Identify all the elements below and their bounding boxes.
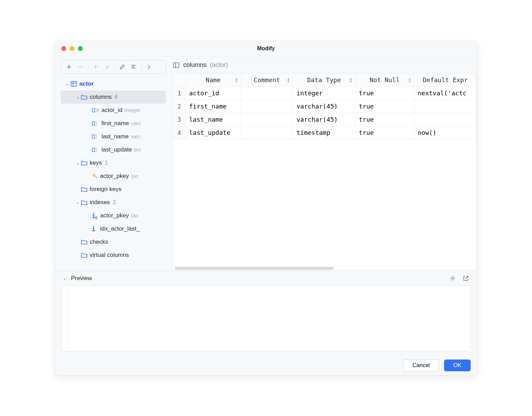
tree-label: virtual columns xyxy=(90,252,129,259)
tree-label: keys xyxy=(90,159,102,166)
cell-name[interactable]: actor_id xyxy=(186,87,241,100)
tree-hint: tim xyxy=(134,147,141,153)
table-row[interactable]: 3 last_name varchar(45) true xyxy=(173,113,477,126)
preview-area[interactable] xyxy=(61,286,471,352)
tree-group-indexes[interactable]: ⌄ indexes 2 xyxy=(61,196,166,209)
dialog-footer: Cancel OK xyxy=(55,356,477,375)
cell-default[interactable] xyxy=(414,100,477,113)
detail-pane: columns (actor) Name▴▾ Comment▴▾ Data Ty… xyxy=(166,60,477,271)
arrow-down-icon xyxy=(105,64,110,70)
tree-count: 1 xyxy=(105,159,108,166)
cell-comment[interactable] xyxy=(241,126,293,139)
tree-label: checks xyxy=(90,239,108,245)
key-icon xyxy=(92,173,98,179)
cell-notnull[interactable]: true xyxy=(355,113,414,126)
column-icon xyxy=(92,134,99,139)
chevron-down-icon: ⌄ xyxy=(74,94,81,99)
tree-label: columns xyxy=(90,94,112,101)
cell-datatype[interactable]: timestamp xyxy=(293,126,355,139)
folder-icon xyxy=(81,239,88,245)
edit-button[interactable] xyxy=(116,62,128,72)
preview-section: ⌄ Preview xyxy=(55,271,477,356)
open-external-button[interactable] xyxy=(461,274,471,283)
tree-root-actor[interactable]: ⌄ actor xyxy=(61,77,166,90)
col-header-datatype[interactable]: Data Type▴▾ xyxy=(293,73,355,87)
col-header-name[interactable]: Name▴▾ xyxy=(186,73,241,87)
table-row[interactable]: 2 first_name varchar(45) true xyxy=(173,100,477,113)
ok-button[interactable]: OK xyxy=(444,359,471,371)
svg-rect-8 xyxy=(92,148,95,151)
cell-datatype[interactable]: varchar(45) xyxy=(293,113,355,126)
tree-count: 4 xyxy=(114,94,117,101)
remove-button[interactable] xyxy=(75,62,87,72)
modify-dialog: Modify xyxy=(55,41,477,375)
tree-key-item[interactable]: actor_pkey (ac xyxy=(61,170,166,183)
cell-default[interactable] xyxy=(414,113,477,126)
tree-group-virtual-columns[interactable]: virtual columns xyxy=(61,249,166,262)
cell-name[interactable]: last_name xyxy=(186,113,241,126)
col-header-comment[interactable]: Comment▴▾ xyxy=(241,73,293,87)
minus-icon xyxy=(78,64,83,70)
col-header-default[interactable]: Default Expr xyxy=(414,73,477,87)
cancel-button[interactable]: Cancel xyxy=(403,359,439,371)
horizontal-scrollbar[interactable] xyxy=(173,266,477,270)
columns-table[interactable]: Name▴▾ Comment▴▾ Data Type▴▾ Not Null▴▾ … xyxy=(173,73,477,139)
col-header-notnull[interactable]: Not Null▴▾ xyxy=(355,73,414,87)
row-number: 3 xyxy=(173,113,186,126)
tree-column-item[interactable]: last_update tim xyxy=(61,143,166,156)
cell-datatype[interactable]: varchar(45) xyxy=(293,100,355,113)
cell-comment[interactable] xyxy=(241,100,293,113)
tree-label: first_name xyxy=(101,120,129,127)
cell-notnull[interactable]: true xyxy=(355,126,414,139)
column-icon xyxy=(92,147,99,153)
table-row[interactable]: 4 last_update timestamp true now() xyxy=(173,126,477,139)
cell-default[interactable]: nextval('actc xyxy=(414,87,477,100)
tree-hint: (ac xyxy=(131,213,138,218)
tree-group-checks[interactable]: checks xyxy=(61,235,166,249)
preview-label: Preview xyxy=(71,275,92,282)
cell-default[interactable]: now() xyxy=(414,126,477,139)
breadcrumb: columns (actor) xyxy=(173,60,477,70)
svg-rect-5 xyxy=(95,122,97,125)
go-button[interactable] xyxy=(143,62,155,72)
cell-notnull[interactable]: true xyxy=(355,87,414,100)
row-number: 4 xyxy=(173,126,186,139)
table-header-row: Name▴▾ Comment▴▾ Data Type▴▾ Not Null▴▾ … xyxy=(173,73,477,87)
move-up-button[interactable] xyxy=(90,62,101,72)
tree-label: actor_pkey xyxy=(100,173,129,180)
cell-name[interactable]: last_update xyxy=(186,126,241,139)
chevron-down-icon: ⌄ xyxy=(74,160,81,165)
window-title: Modify xyxy=(55,45,477,52)
cell-comment[interactable] xyxy=(241,113,293,126)
settings-button[interactable] xyxy=(448,274,458,283)
svg-rect-6 xyxy=(92,135,95,138)
row-number: 1 xyxy=(173,87,186,100)
cell-name[interactable]: first_name xyxy=(186,100,241,113)
tree-column-item[interactable]: first_name varc xyxy=(61,117,166,130)
scrollbar-thumb[interactable] xyxy=(175,267,334,270)
column-key-icon xyxy=(92,107,99,113)
cell-datatype[interactable]: integer xyxy=(293,87,355,100)
chevron-down-icon[interactable]: ⌄ xyxy=(61,276,68,281)
structure-tree[interactable]: ⌄ actor ⌄ columns 4 actor_id integer xyxy=(61,77,166,271)
cell-comment[interactable] xyxy=(241,87,293,100)
tree-index-item[interactable]: iU actor_pkey (ac xyxy=(61,209,166,222)
tree-index-item[interactable]: i idx_actor_last_ xyxy=(61,222,166,235)
tree-group-keys[interactable]: ⌄ keys 1 xyxy=(61,156,166,170)
breadcrumb-context: (actor) xyxy=(210,61,228,69)
move-down-button[interactable] xyxy=(101,62,113,72)
pencil-icon xyxy=(119,64,125,70)
navigate-button[interactable] xyxy=(128,62,140,72)
folder-icon xyxy=(81,199,88,206)
tree-column-item[interactable]: last_name varc xyxy=(61,130,166,143)
cell-notnull[interactable]: true xyxy=(355,100,414,113)
tree-column-item[interactable]: actor_id integer xyxy=(61,104,166,117)
tree-label: idx_actor_last_ xyxy=(100,225,140,232)
gear-icon xyxy=(450,275,456,281)
sort-icon: ▴▾ xyxy=(235,77,238,83)
tree-group-foreign-keys[interactable]: foreign keys xyxy=(61,183,166,196)
add-button[interactable] xyxy=(63,62,75,72)
tree-group-columns[interactable]: ⌄ columns 4 xyxy=(61,90,166,104)
table-row[interactable]: 1 actor_id integer true nextval('actc xyxy=(173,87,477,100)
structure-pane: ⌄ actor ⌄ columns 4 actor_id integer xyxy=(55,60,166,271)
